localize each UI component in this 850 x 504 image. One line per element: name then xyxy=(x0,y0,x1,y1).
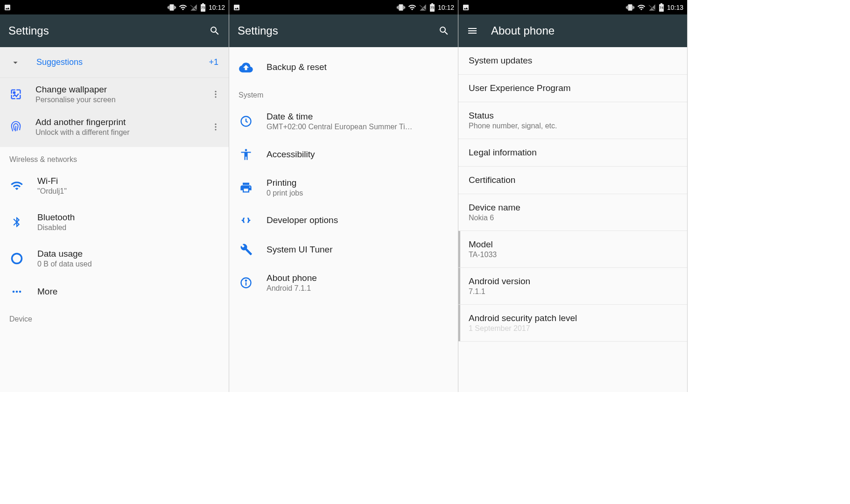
no-sim-icon xyxy=(190,4,197,11)
item-more[interactable]: More xyxy=(0,277,229,307)
svg-point-17 xyxy=(246,280,246,281)
cloud-upload-icon xyxy=(238,60,254,74)
section-system: System xyxy=(229,83,458,103)
data-usage-icon xyxy=(8,252,25,265)
item-certification[interactable]: Certification xyxy=(458,167,687,194)
suggestions-badge: +1 xyxy=(209,57,218,67)
suggestion-text: Change wallpaper Personalise your screen xyxy=(35,84,199,104)
item-status[interactable]: StatusPhone number, signal, etc. xyxy=(458,102,687,139)
item-date-time[interactable]: Date & timeGMT+02:00 Central European Su… xyxy=(229,103,458,140)
screen-settings-1: 75 10:12 Settings Suggestions +1 Change … xyxy=(0,0,229,392)
svg-text:75: 75 xyxy=(430,6,435,10)
chevron-down-icon xyxy=(10,57,21,68)
item-system-ui-tuner[interactable]: System UI Tuner xyxy=(229,235,458,265)
svg-point-4 xyxy=(215,96,216,98)
status-time: 10:12 xyxy=(438,4,454,11)
wallpaper-icon xyxy=(8,88,23,101)
suggestions-header[interactable]: Suggestions +1 xyxy=(0,47,229,78)
vibrate-icon xyxy=(397,3,405,12)
wrench-icon xyxy=(238,243,254,256)
item-wifi[interactable]: Wi-Fi"Ordulj1" xyxy=(0,168,229,204)
no-sim-icon xyxy=(419,4,427,11)
item-security-patch[interactable]: Android security patch level1 September … xyxy=(458,305,687,342)
item-bluetooth[interactable]: BluetoothDisabled xyxy=(0,204,229,240)
vibrate-icon xyxy=(626,3,634,12)
no-sim-icon xyxy=(648,4,656,11)
suggestion-change-wallpaper[interactable]: Change wallpaper Personalise your screen xyxy=(0,78,229,111)
page-title: Settings xyxy=(8,24,196,37)
section-wireless: Wireless & networks xyxy=(0,147,229,168)
page-title: About phone xyxy=(491,24,679,37)
screen-about-phone: 74 10:13 About phone System updates User… xyxy=(458,0,688,392)
svg-point-11 xyxy=(19,291,21,293)
clock-icon xyxy=(238,115,254,128)
item-android-version[interactable]: Android version7.1.1 xyxy=(458,268,687,305)
svg-point-5 xyxy=(215,124,216,125)
page-title: Settings xyxy=(238,24,425,37)
search-icon[interactable] xyxy=(438,25,450,36)
item-data-usage[interactable]: Data usage0 B of data used xyxy=(0,240,229,277)
svg-point-6 xyxy=(215,126,216,127)
suggestion-add-fingerprint[interactable]: Add another fingerprint Unlock with a di… xyxy=(0,111,229,147)
status-bar: 74 10:13 xyxy=(458,0,687,14)
svg-point-14 xyxy=(245,149,247,151)
svg-point-8 xyxy=(12,254,22,264)
code-icon xyxy=(238,214,254,226)
svg-text:74: 74 xyxy=(660,6,664,10)
accessibility-icon xyxy=(238,148,254,161)
content-area: Backup & reset System Date & timeGMT+02:… xyxy=(229,47,458,392)
item-uep[interactable]: User Experience Program xyxy=(458,75,687,102)
item-legal[interactable]: Legal information xyxy=(458,139,687,167)
search-icon[interactable] xyxy=(209,25,220,36)
svg-point-7 xyxy=(215,129,216,130)
status-bar: 75 10:12 xyxy=(0,0,229,14)
status-time: 10:12 xyxy=(209,4,225,11)
svg-point-1 xyxy=(14,92,15,94)
item-model[interactable]: ModelTA-1033 xyxy=(458,231,687,268)
content-area: Suggestions +1 Change wallpaper Personal… xyxy=(0,47,229,392)
item-backup-reset[interactable]: Backup & reset xyxy=(229,47,458,83)
app-bar: About phone xyxy=(458,14,687,47)
item-about-phone[interactable]: About phoneAndroid 7.1.1 xyxy=(229,265,458,301)
suggestion-text: Add another fingerprint Unlock with a di… xyxy=(35,117,199,137)
wifi-icon xyxy=(637,3,646,12)
wifi-icon xyxy=(408,3,416,12)
item-device-name[interactable]: Device nameNokia 6 xyxy=(458,194,687,231)
item-printing[interactable]: Printing0 print jobs xyxy=(229,169,458,206)
more-vert-icon[interactable] xyxy=(211,122,220,132)
battery-icon: 74 xyxy=(659,3,664,12)
info-icon xyxy=(238,276,254,289)
svg-point-10 xyxy=(16,291,18,293)
suggestions-label: Suggestions xyxy=(36,57,209,67)
vibrate-icon xyxy=(168,3,176,12)
svg-point-9 xyxy=(13,291,15,293)
content-area: System updates User Experience Program S… xyxy=(458,47,687,392)
item-developer-options[interactable]: Developer options xyxy=(229,206,458,235)
app-bar: Settings xyxy=(0,14,229,47)
status-bar: 75 10:12 xyxy=(229,0,458,14)
fingerprint-icon xyxy=(8,120,23,133)
svg-point-3 xyxy=(215,93,216,95)
more-vert-icon[interactable] xyxy=(211,90,220,99)
svg-point-2 xyxy=(215,91,216,92)
battery-icon: 75 xyxy=(200,3,206,12)
bluetooth-icon xyxy=(8,216,25,228)
item-accessibility[interactable]: Accessibility xyxy=(229,140,458,169)
app-bar: Settings xyxy=(229,14,458,47)
battery-icon: 75 xyxy=(429,3,435,12)
screen-settings-2: 75 10:12 Settings Backup & reset System … xyxy=(229,0,458,392)
svg-text:75: 75 xyxy=(201,6,205,10)
image-icon xyxy=(4,4,11,11)
image-icon xyxy=(233,4,240,11)
image-icon xyxy=(462,4,470,11)
section-device: Device xyxy=(0,307,229,327)
item-system-updates[interactable]: System updates xyxy=(458,47,687,75)
wifi-icon xyxy=(8,179,25,192)
wifi-icon xyxy=(179,3,187,12)
more-horiz-icon xyxy=(8,285,25,298)
hamburger-icon[interactable] xyxy=(467,25,478,36)
print-icon xyxy=(238,181,254,194)
status-time: 10:13 xyxy=(667,4,683,11)
